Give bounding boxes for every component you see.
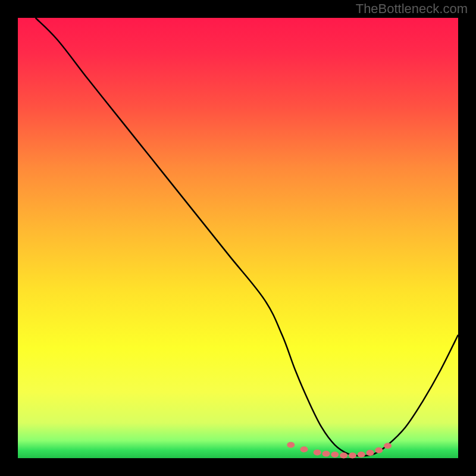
trough-marker (340, 453, 347, 459)
trough-marker (287, 442, 295, 448)
bottleneck-curve-line (36, 18, 458, 456)
trough-marker (375, 447, 383, 453)
chart-plot-area (18, 18, 458, 458)
trough-marker (349, 453, 356, 459)
trough-marker (322, 451, 330, 457)
trough-marker (367, 450, 374, 456)
chart-svg (18, 18, 458, 458)
trough-marker (300, 446, 308, 452)
trough-marker (331, 452, 339, 458)
trough-marker (358, 452, 365, 458)
watermark-text: TheBottleneck.com (356, 1, 468, 17)
trough-marker (384, 443, 392, 449)
trough-marker (314, 449, 321, 455)
curve-trough-markers (287, 442, 392, 459)
